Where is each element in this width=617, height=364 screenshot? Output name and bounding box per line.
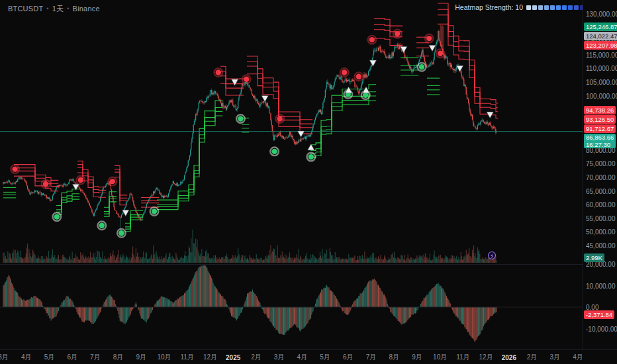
price-tick: 65,000.00 <box>586 187 616 195</box>
price-tick: -10,000.00 <box>586 325 617 332</box>
price-tick: 0.00 <box>586 304 598 311</box>
symbol-name[interactable]: BTCUSDT <box>8 5 43 13</box>
price-level-badge: 123,207.98 <box>584 41 617 50</box>
month-label: 3月 <box>0 353 9 362</box>
price-level-badge: 125,246.87 <box>584 23 617 31</box>
price-tick: 60,000.00 <box>586 201 616 208</box>
month-label: 10月 <box>433 353 447 362</box>
countdown-timer: 16:27:30 <box>586 141 614 148</box>
symbol-legend[interactable]: BTCUSDT•1天•Binance <box>8 4 100 14</box>
month-label: 2026 <box>502 354 516 361</box>
heatmap-strength-cell <box>562 5 567 10</box>
month-label: 12月 <box>203 353 217 362</box>
price-tick: 10,000.00 <box>586 282 616 289</box>
price-tick: 75,000.00 <box>586 160 616 167</box>
price-level-badge: 93,126.50 <box>584 115 616 124</box>
month-label: 12月 <box>479 353 493 362</box>
heatmap-strength-cell <box>544 5 549 10</box>
oscillator-value-badge: -2,371.84 <box>584 310 614 319</box>
price-tick: 130,000.00 <box>586 11 617 18</box>
heatmap-strength-cell <box>574 5 579 10</box>
heatmap-strength-cell <box>532 5 537 10</box>
price-level-badge: 124,022.47 <box>584 32 617 40</box>
month-label: 11月 <box>181 353 194 362</box>
month-label: 5月 <box>44 353 55 362</box>
heatmap-strength-cell <box>526 5 531 10</box>
month-label: 4月 <box>573 353 583 362</box>
month-label: 4月 <box>21 353 32 362</box>
price-axis[interactable]: 130,000.00120,000.00115,000.00110,000.00… <box>583 0 617 349</box>
month-label: 11月 <box>456 353 469 362</box>
price-tick: 110,000.00 <box>586 65 617 72</box>
price-level-badge: 94,738.26 <box>584 106 616 114</box>
price-tick: 45,000.00 <box>586 242 616 249</box>
price-tick: 100,000.00 <box>586 92 617 99</box>
month-label: 6月 <box>343 353 354 362</box>
time-axis[interactable]: 3月4月5月6月7月8月9月10月11月12月20252月3月4月5月6月7月8… <box>0 349 617 364</box>
exchange-label: Binance <box>73 5 100 13</box>
month-label: 8月 <box>113 353 124 362</box>
main-chart[interactable] <box>0 0 617 364</box>
legend-separator: • <box>46 5 48 12</box>
heatmap-strength-cell <box>568 5 573 10</box>
heatmap-strength-control[interactable]: Heatmap Strength: 10 <box>455 3 585 11</box>
chart-window: BTCUSDT•1天•Binance Heatmap Strength: 10 … <box>0 0 617 364</box>
month-label: 7月 <box>366 353 377 362</box>
month-label: 9月 <box>412 353 422 362</box>
month-label: 2025 <box>226 354 240 361</box>
month-label: 9月 <box>136 353 147 362</box>
legend-separator: • <box>67 5 69 12</box>
month-label: 10月 <box>157 353 171 362</box>
interval-label[interactable]: 1天 <box>52 5 64 13</box>
price-tick: 115,000.00 <box>586 51 617 58</box>
month-label: 5月 <box>320 353 330 362</box>
month-label: 3月 <box>549 353 560 362</box>
price-tick: 70,000.00 <box>586 173 616 181</box>
month-label: 2月 <box>527 353 538 362</box>
month-label: 3月 <box>274 353 285 362</box>
heatmap-strength-label: Heatmap Strength: 10 <box>455 3 523 11</box>
price-level-badge: 91,712.67 <box>584 124 616 133</box>
month-label: 4月 <box>297 353 308 362</box>
volume-value-badge: 2.99K <box>584 253 604 262</box>
month-label: 8月 <box>389 353 399 362</box>
heatmap-strength-cell <box>556 5 561 10</box>
month-label: 7月 <box>90 353 101 362</box>
price-tick: 105,000.00 <box>586 78 617 85</box>
last-price-badge: 86,863.6616:27:30 <box>584 134 616 148</box>
month-label: 6月 <box>67 353 77 362</box>
lightning-icon[interactable] <box>489 252 496 259</box>
heatmap-strength-cell <box>538 5 543 10</box>
month-label: 2月 <box>251 353 261 362</box>
price-tick: 50,000.00 <box>586 228 616 236</box>
heatmap-strength-cell <box>550 5 555 10</box>
price-tick: 55,000.00 <box>586 214 616 222</box>
heatmap-strength-scale <box>526 5 585 10</box>
